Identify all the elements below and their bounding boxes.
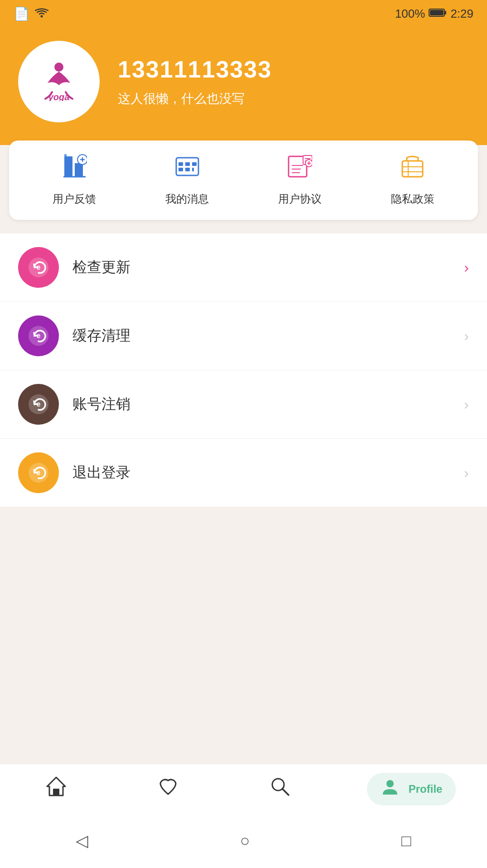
feedback-label: 用户反馈 — [53, 192, 96, 206]
file-icon: 📄 — [14, 6, 29, 21]
deactivate-label: 账号注销 — [72, 394, 464, 414]
logout-label: 退出登录 — [72, 463, 464, 483]
menu-item-logout[interactable]: e 退出登录 › — [0, 439, 487, 507]
svg-text:yoga: yoga — [48, 92, 70, 101]
nav-search[interactable] — [255, 771, 305, 807]
svg-point-0 — [41, 15, 43, 18]
nav-favorites[interactable] — [143, 771, 193, 807]
svg-text:e: e — [36, 469, 40, 476]
menu-item-check-update[interactable]: e 检查更新 › — [0, 233, 487, 302]
svg-point-45 — [386, 780, 394, 787]
deactivate-arrow: › — [464, 396, 469, 413]
clear-cache-arrow: › — [464, 328, 469, 344]
system-nav: ◁ ○ □ — [0, 814, 487, 868]
svg-point-4 — [54, 63, 63, 72]
agreement-icon — [287, 154, 312, 184]
svg-line-44 — [282, 789, 289, 795]
time-display: 2:29 — [450, 7, 473, 21]
messages-label: 我的消息 — [165, 192, 209, 206]
svg-rect-6 — [64, 156, 72, 177]
search-icon — [269, 775, 291, 803]
yoga-logo: yoga — [36, 60, 82, 103]
svg-rect-8 — [64, 154, 67, 156]
svg-rect-30 — [402, 161, 423, 177]
bottom-nav: Profile — [0, 764, 487, 814]
back-button[interactable]: ◁ — [76, 831, 88, 850]
svg-text:e: e — [36, 263, 40, 271]
agreement-label: 用户协议 — [278, 192, 322, 206]
quick-actions-card: 用户反馈 我的消息 — [9, 141, 478, 220]
clear-cache-label: 缓存清理 — [72, 326, 464, 346]
battery-icon — [429, 7, 447, 21]
feedback-icon — [62, 154, 87, 184]
clear-cache-icon-circle: e — [18, 315, 59, 356]
svg-rect-2 — [444, 11, 446, 15]
profile-icon — [381, 777, 400, 801]
nav-home[interactable] — [31, 771, 81, 807]
action-feedback[interactable]: 用户反馈 — [53, 154, 96, 206]
check-update-arrow: › — [464, 259, 469, 276]
status-right: 100% 2:29 — [395, 7, 473, 21]
wifi-icon — [35, 6, 48, 21]
check-update-icon-circle: e — [18, 247, 59, 288]
svg-rect-42 — [53, 789, 59, 795]
svg-rect-15 — [185, 162, 190, 166]
menu-item-clear-cache[interactable]: e 缓存清理 › — [0, 302, 487, 370]
home-button[interactable]: ○ — [240, 831, 250, 850]
favorites-icon — [157, 775, 179, 803]
phone-number: 13311113333 — [118, 56, 272, 83]
action-agreement[interactable]: 用户协议 — [278, 154, 322, 206]
battery-percent: 100% — [395, 7, 425, 21]
messages-icon — [175, 154, 200, 184]
recent-button[interactable]: □ — [401, 831, 411, 850]
svg-rect-3 — [430, 10, 444, 15]
header-section: yoga 13311113333 这人很懒，什么也没写 — [0, 27, 487, 145]
svg-rect-16 — [192, 162, 197, 166]
svg-text:e: e — [36, 400, 40, 408]
menu-section: e 检查更新 › e 缓存清理 › e 账号注销 › — [0, 233, 487, 507]
status-left: 📄 — [14, 6, 48, 21]
svg-text:e: e — [36, 332, 40, 339]
deactivate-icon-circle: e — [18, 384, 59, 425]
check-update-label: 检查更新 — [72, 257, 464, 277]
avatar[interactable]: yoga — [18, 41, 100, 122]
logout-arrow: › — [464, 465, 469, 481]
logout-icon-circle: e — [18, 452, 59, 493]
privacy-label: 隐私政策 — [391, 192, 434, 206]
home-icon — [45, 775, 68, 803]
svg-rect-13 — [176, 158, 198, 175]
svg-rect-14 — [178, 162, 183, 166]
action-messages[interactable]: 我的消息 — [165, 154, 209, 206]
profile-label: Profile — [409, 783, 443, 795]
user-bio: 这人很懒，什么也没写 — [118, 90, 272, 107]
svg-rect-17 — [178, 168, 183, 171]
svg-rect-18 — [185, 168, 190, 171]
action-privacy[interactable]: 隐私政策 — [391, 154, 434, 206]
svg-rect-19 — [192, 168, 194, 171]
privacy-icon — [400, 154, 425, 184]
menu-item-deactivate[interactable]: e 账号注销 › — [0, 370, 487, 439]
user-info: 13311113333 这人很懒，什么也没写 — [118, 56, 272, 107]
status-bar: 📄 100% 2:29 — [0, 0, 487, 27]
nav-profile[interactable]: Profile — [367, 773, 456, 805]
svg-rect-7 — [75, 163, 83, 177]
